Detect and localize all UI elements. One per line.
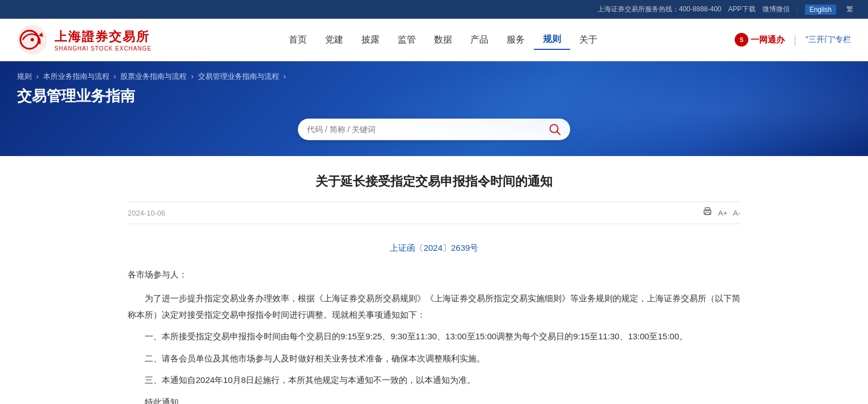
svg-point-2 bbox=[31, 38, 34, 41]
breadcrumb: 规则 › 本所业务指南与流程 › 股票业务指南与流程 › 交易管理业务指南与流程… bbox=[17, 71, 851, 82]
yiwang-icon: S bbox=[735, 33, 748, 47]
logo-english: SHANGHAI STOCK EXCHANGE bbox=[54, 45, 151, 52]
logo-area: 上海證券交易所 SHANGHAI STOCK EXCHANGE bbox=[17, 24, 151, 55]
main-nav: 首页 党建 披露 监管 数据 产品 服务 规则 关于 bbox=[151, 30, 735, 50]
breadcrumb-rules[interactable]: 规则 bbox=[17, 72, 32, 81]
yiwang-link[interactable]: S 一网通办 bbox=[735, 33, 785, 47]
banner-page-title: 交易管理业务指南 bbox=[17, 86, 851, 106]
article-date: 2024-10-06 bbox=[128, 209, 166, 217]
font-decrease-button[interactable]: A- bbox=[733, 209, 740, 217]
yiwang-label: 一网通办 bbox=[751, 35, 785, 45]
lang-english-button[interactable]: English bbox=[805, 5, 836, 15]
nav-party[interactable]: 党建 bbox=[316, 31, 352, 49]
nav-home[interactable]: 首页 bbox=[280, 31, 316, 49]
sanjian-link[interactable]: "三开门"专栏 bbox=[806, 35, 851, 45]
divider: | bbox=[797, 6, 798, 14]
article-meta-right: A+ A- bbox=[702, 207, 740, 219]
article-paragraph-1: 为了进一步提升指定交易业务办理效率，根据《上海证券交易所交易规则》《上海证券交易… bbox=[128, 291, 740, 323]
nav-products[interactable]: 产品 bbox=[461, 31, 498, 49]
hotline-text: 上海证券交易所服务热线：400-8888-400 bbox=[597, 5, 722, 14]
svg-text:S: S bbox=[740, 37, 744, 43]
print-button[interactable] bbox=[702, 207, 713, 219]
article-greeting: 各市场参与人： bbox=[128, 267, 740, 283]
article-doc-no: 上证函〔2024〕2639号 bbox=[128, 240, 740, 256]
nav-about[interactable]: 关于 bbox=[570, 31, 606, 49]
nav-services[interactable]: 服务 bbox=[498, 31, 534, 49]
app-download-link[interactable]: APP下载 bbox=[728, 5, 756, 14]
article-item-1: 一、本所接受指定交易申报指令时间由每个交易日的9:15至9:25、9:30至11… bbox=[128, 329, 740, 345]
top-bar: 上海证券交易所服务热线：400-8888-400 APP下载 微博微信 | En… bbox=[0, 0, 868, 19]
nav-rules[interactable]: 规则 bbox=[534, 30, 570, 50]
blue-banner: 规则 › 本所业务指南与流程 › 股票业务指南与流程 › 交易管理业务指南与流程… bbox=[0, 61, 868, 156]
header-divider: | bbox=[794, 33, 797, 47]
breadcrumb-stock-guide[interactable]: 股票业务指南与流程 bbox=[120, 72, 187, 81]
search-icon bbox=[549, 123, 561, 136]
header: 上海證券交易所 SHANGHAI STOCK EXCHANGE 首页 党建 披露… bbox=[0, 19, 868, 61]
breadcrumb-trade-guide[interactable]: 交易管理业务指南与流程 bbox=[198, 72, 279, 81]
article-item-3: 三、本通知自2024年10月8日起施行，本所其他规定与本通知不一致的，以本通知为… bbox=[128, 372, 740, 389]
search-input[interactable] bbox=[307, 125, 549, 134]
search-button[interactable] bbox=[549, 123, 561, 136]
search-bar bbox=[298, 119, 570, 140]
article-title: 关于延长接受指定交易申报指令时间的通知 bbox=[128, 173, 740, 190]
nav-disclosure[interactable]: 披露 bbox=[352, 31, 389, 49]
logo-text: 上海證券交易所 SHANGHAI STOCK EXCHANGE bbox=[54, 28, 151, 52]
nav-data[interactable]: 数据 bbox=[425, 31, 461, 49]
font-increase-button[interactable]: A+ bbox=[718, 209, 727, 217]
logo-chinese: 上海證券交易所 bbox=[54, 28, 151, 45]
svg-line-6 bbox=[557, 132, 560, 134]
svg-point-5 bbox=[550, 125, 558, 133]
content-area: 关于延长接受指定交易申报指令时间的通知 2024-10-06 A+ A- 上证函… bbox=[94, 156, 774, 404]
header-right: S 一网通办 | "三开门"专栏 bbox=[735, 33, 851, 47]
nav-supervision[interactable]: 监管 bbox=[389, 31, 425, 49]
article-close: 特此通知。 bbox=[128, 394, 740, 405]
weibo-weixin-link[interactable]: 微博微信 bbox=[762, 5, 790, 14]
article-meta: 2024-10-06 A+ A- bbox=[128, 201, 740, 224]
breadcrumb-business-guide[interactable]: 本所业务指南与流程 bbox=[43, 72, 109, 81]
article-item-2: 二、请各会员单位及其他市场参与人及时做好相关业务技术准备，确保本次调整顺利实施。 bbox=[128, 351, 740, 367]
article-body: 上证函〔2024〕2639号 各市场参与人： 为了进一步提升指定交易业务办理效率… bbox=[128, 240, 740, 404]
sse-logo-icon bbox=[17, 24, 48, 55]
lang-traditional-button[interactable]: 繁 bbox=[843, 3, 857, 15]
